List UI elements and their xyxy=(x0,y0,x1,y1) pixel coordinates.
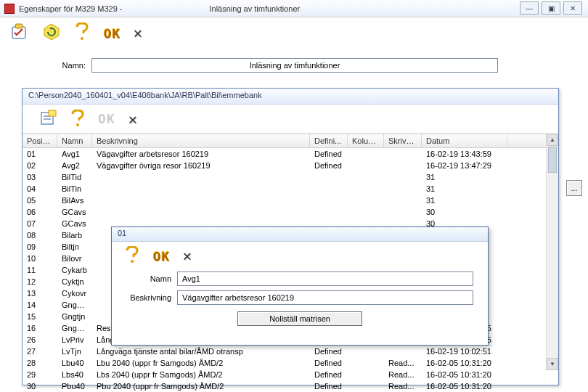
modal-name-input[interactable]: Avg1 xyxy=(177,271,473,286)
table-row[interactable]: 27LvTjnLångväga tjänste antal bilar/ÅMD … xyxy=(23,346,558,357)
table-row[interactable]: 02Avg2Vägavgifter övriga resor 160219Def… xyxy=(23,160,558,171)
grid-header[interactable]: Position Namn Beskrivning Defini... Kolu… xyxy=(23,134,558,148)
app-icon xyxy=(4,4,15,14)
table-row[interactable]: 05BilAvs31 xyxy=(23,195,558,206)
scroll-up-arrow[interactable]: ▲ xyxy=(547,134,558,146)
cancel-icon[interactable]: ✕ xyxy=(128,110,137,128)
loop-icon[interactable] xyxy=(42,23,61,43)
scroll-thumb[interactable] xyxy=(548,147,557,173)
col-position[interactable]: Position xyxy=(23,134,57,147)
svg-marker-2 xyxy=(44,24,59,40)
cancel-icon[interactable]: ✕ xyxy=(134,24,142,41)
svg-rect-1 xyxy=(15,24,23,28)
modal-name-label: Namn xyxy=(125,274,171,283)
ok-button[interactable]: OK xyxy=(103,25,121,41)
name-input[interactable]: Inläsning av timfunktioner xyxy=(91,58,498,73)
modal-title: 01 xyxy=(112,227,488,242)
close-button[interactable]: ✕ xyxy=(563,1,582,15)
table-row[interactable]: 01Avg1Vägavgifter arbetsresor 160219Defi… xyxy=(23,148,558,160)
window-title-prefix: Egenskaper för M329 M329 - xyxy=(19,4,122,13)
data-grid[interactable]: Position Namn Beskrivning Defini... Kolu… xyxy=(23,134,558,370)
modal-desc-label: Beskrivning xyxy=(125,293,171,302)
table-row[interactable]: 03BilTid31 xyxy=(23,171,558,183)
help-icon[interactable] xyxy=(70,110,85,128)
cancel-icon[interactable]: ✕ xyxy=(183,247,192,264)
reset-matrix-button[interactable]: Nollställ matrisen xyxy=(237,311,362,326)
child-window: C:\Person2040_160401_v04\E408bank\JA\RB\… xyxy=(22,88,559,385)
grid-scrollbar[interactable]: ▲ ▼ xyxy=(546,134,558,370)
help-icon[interactable] xyxy=(74,23,90,43)
child-toolbar: OK ✕ xyxy=(23,105,558,134)
maximize-button[interactable]: ▣ xyxy=(542,1,560,15)
name-row: Namn: Inläsning av timfunktioner xyxy=(0,44,588,80)
modal-toolbar: OK ✕ xyxy=(112,242,488,269)
edit-modal: 01 OK ✕ Namn Avg1 Beskrivning Vägavgifte… xyxy=(111,226,489,346)
svg-point-10 xyxy=(131,260,134,263)
ok-button-disabled: OK xyxy=(98,111,115,126)
main-toolbar: OK ✕ xyxy=(0,17,588,44)
table-row[interactable]: 28Lbu40Lbu 2040 (uppr fr Samgods) ÅMD/2D… xyxy=(23,357,558,369)
table-row[interactable]: 06GCavs30 xyxy=(23,206,558,218)
child-window-title: C:\Person2040_160401_v04\E408bank\JA\RB\… xyxy=(23,89,558,105)
col-skrivs[interactable]: Skrivs... xyxy=(384,134,422,147)
window-title-suffix: Inläsning av timfunktioner xyxy=(209,4,300,13)
col-datum[interactable]: Datum xyxy=(422,134,507,147)
col-kolumner[interactable]: Kolum... xyxy=(348,134,384,147)
svg-point-9 xyxy=(76,123,79,126)
scroll-down-arrow[interactable]: ▼ xyxy=(547,358,558,370)
svg-point-4 xyxy=(81,37,83,40)
properties-icon[interactable] xyxy=(40,110,57,128)
minimize-button[interactable]: — xyxy=(520,1,539,15)
table-row[interactable]: 29Lbs40Lbs 2040 (uppr fr Samgods) ÅMD/2D… xyxy=(23,369,558,380)
browse-button[interactable]: ... xyxy=(566,180,582,196)
clipboard-icon[interactable] xyxy=(10,23,29,43)
table-row[interactable]: 30Pbu40Pbu 2040 (uppr fr Samgods) ÅMD/2D… xyxy=(23,380,558,392)
main-titlebar: Egenskaper för M329 M329 - Inläsning av … xyxy=(0,0,588,17)
col-beskrivning[interactable]: Beskrivning xyxy=(92,134,310,147)
ok-button[interactable]: OK xyxy=(152,248,170,264)
modal-desc-input[interactable]: Vägavgifter arbetsresor 160219 xyxy=(177,290,473,305)
svg-rect-8 xyxy=(49,110,56,116)
col-namn[interactable]: Namn xyxy=(57,134,92,147)
table-row[interactable]: 04BilTin31 xyxy=(23,183,558,195)
name-label: Namn: xyxy=(46,61,86,70)
col-definierad[interactable]: Defini... xyxy=(310,134,348,147)
help-icon[interactable] xyxy=(125,246,139,265)
